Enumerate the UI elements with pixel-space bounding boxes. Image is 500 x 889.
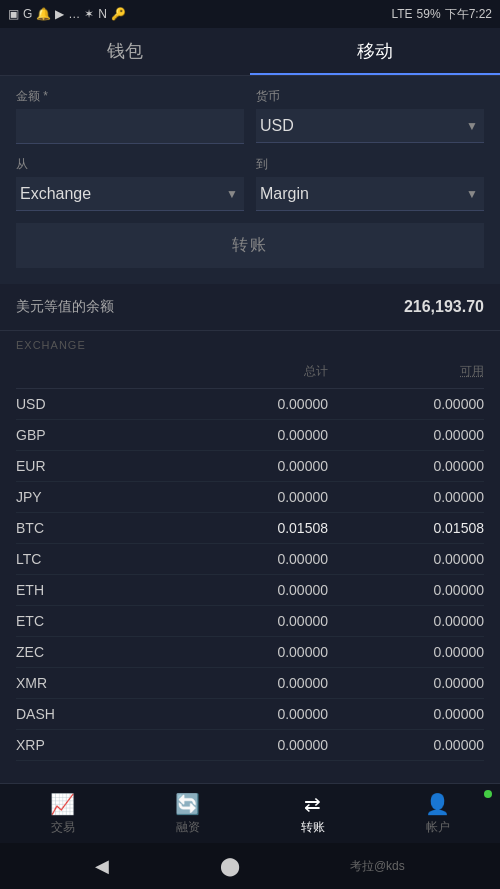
to-select[interactable]: Margin <box>256 177 484 211</box>
from-to-row: 从 Exchange 到 Margin <box>16 156 484 211</box>
nav-trade[interactable]: 📈 交易 <box>0 784 125 843</box>
status-left: ▣ G 🔔 ▶ … ✶ N 🔑 <box>8 7 126 21</box>
td-available: 0.00000 <box>328 675 484 691</box>
td-available: 0.00000 <box>328 396 484 412</box>
td-total: 0.00000 <box>172 396 328 412</box>
table-row: BTC 0.01508 0.01508 <box>16 513 484 544</box>
tab-wallet[interactable]: 钱包 <box>0 28 250 75</box>
tab-wallet-label: 钱包 <box>107 39 143 63</box>
sys-nav: ◀ ⬤ 考拉@kds <box>0 843 500 889</box>
td-total: 0.00000 <box>172 675 328 691</box>
td-name: GBP <box>16 427 172 443</box>
th-total: 总计 <box>172 363 328 380</box>
td-available: 0.00000 <box>328 489 484 505</box>
exchange-table: EXCHANGE 总计 可用 USD 0.00000 0.00000 GBP 0… <box>0 331 500 794</box>
th-available: 可用 <box>328 363 484 380</box>
home-button[interactable]: ⬤ <box>220 855 240 877</box>
table-row: GBP 0.00000 0.00000 <box>16 420 484 451</box>
app-icon-1: ▣ <box>8 7 19 21</box>
key-icon: 🔑 <box>111 7 126 21</box>
nav-transfer-label: 转账 <box>301 819 325 836</box>
currency-select[interactable]: USD <box>256 109 484 143</box>
to-group: 到 Margin <box>256 156 484 211</box>
td-total: 0.01508 <box>172 520 328 536</box>
to-select-wrapper: Margin <box>256 177 484 211</box>
td-name: JPY <box>16 489 172 505</box>
td-available: 0.00000 <box>328 613 484 629</box>
transfer-icon: ⇄ <box>304 792 321 816</box>
time-label: 下午7:22 <box>445 6 492 23</box>
currency-group: 货币 USD <box>256 88 484 144</box>
top-tabs: 钱包 移动 <box>0 28 500 76</box>
nav-transfer[interactable]: ⇄ 转账 <box>250 784 375 843</box>
td-available: 0.00000 <box>328 582 484 598</box>
tab-move[interactable]: 移动 <box>250 28 500 75</box>
tab-move-label: 移动 <box>357 39 393 63</box>
from-select-wrapper: Exchange <box>16 177 244 211</box>
td-available: 0.00000 <box>328 458 484 474</box>
table-row: XMR 0.00000 0.00000 <box>16 668 484 699</box>
account-online-dot <box>484 790 492 798</box>
account-icon: 👤 <box>425 792 450 816</box>
status-right: LTE 59% 下午7:22 <box>391 6 492 23</box>
transfer-button[interactable]: 转账 <box>16 223 484 268</box>
table-row: USD 0.00000 0.00000 <box>16 389 484 420</box>
table-row: ZEC 0.00000 0.00000 <box>16 637 484 668</box>
nav-account-label: 帐户 <box>426 819 450 836</box>
amount-input[interactable] <box>16 109 244 144</box>
td-name: ETC <box>16 613 172 629</box>
th-name <box>16 363 172 380</box>
from-label: 从 <box>16 156 244 173</box>
back-button[interactable]: ◀ <box>95 855 109 877</box>
status-bar: ▣ G 🔔 ▶ … ✶ N 🔑 LTE 59% 下午7:22 <box>0 0 500 28</box>
exchange-section-label: EXCHANGE <box>16 331 484 355</box>
td-total: 0.00000 <box>172 551 328 567</box>
td-total: 0.00000 <box>172 706 328 722</box>
battery-label: 59% <box>417 7 441 21</box>
currency-select-wrapper: USD <box>256 109 484 143</box>
app-icon-2: G <box>23 7 32 21</box>
balance-section: 美元等值的余额 216,193.70 <box>0 284 500 331</box>
table-header: 总计 可用 <box>16 355 484 389</box>
td-name: XMR <box>16 675 172 691</box>
dots: … <box>68 7 80 21</box>
amount-currency-row: 金额 * 货币 USD <box>16 88 484 144</box>
td-name: LTC <box>16 551 172 567</box>
td-total: 0.00000 <box>172 489 328 505</box>
td-name: XRP <box>16 737 172 753</box>
td-total: 0.00000 <box>172 458 328 474</box>
currency-label: 货币 <box>256 88 484 105</box>
td-available: 0.00000 <box>328 427 484 443</box>
table-row: LTC 0.00000 0.00000 <box>16 544 484 575</box>
nav-account[interactable]: 👤 帐户 <box>375 784 500 843</box>
signal-label: LTE <box>391 7 412 21</box>
balance-value: 216,193.70 <box>404 298 484 316</box>
transfer-btn-row: 转账 <box>16 223 484 268</box>
table-row: ETC 0.00000 0.00000 <box>16 606 484 637</box>
table-row: ETH 0.00000 0.00000 <box>16 575 484 606</box>
trade-icon: 📈 <box>50 792 75 816</box>
table-row: EUR 0.00000 0.00000 <box>16 451 484 482</box>
form-area: 金额 * 货币 USD 从 Exchange 到 Marg <box>0 76 500 284</box>
from-group: 从 Exchange <box>16 156 244 211</box>
amount-label: 金额 * <box>16 88 244 105</box>
td-name: ETH <box>16 582 172 598</box>
td-available: 0.00000 <box>328 644 484 660</box>
td-name: EUR <box>16 458 172 474</box>
td-name: DASH <box>16 706 172 722</box>
td-total: 0.00000 <box>172 644 328 660</box>
table-row: XRP 0.00000 0.00000 <box>16 730 484 761</box>
td-name: ZEC <box>16 644 172 660</box>
nav-trade-label: 交易 <box>51 819 75 836</box>
play-icon: ▶ <box>55 7 64 21</box>
balance-label: 美元等值的余额 <box>16 298 114 316</box>
nav-fund[interactable]: 🔄 融资 <box>125 784 250 843</box>
td-available: 0.00000 <box>328 706 484 722</box>
td-available: 0.00000 <box>328 737 484 753</box>
from-select[interactable]: Exchange <box>16 177 244 211</box>
bottom-nav: 📈 交易 🔄 融资 ⇄ 转账 👤 帐户 <box>0 783 500 843</box>
td-total: 0.00000 <box>172 613 328 629</box>
bluetooth-icon: ✶ <box>84 7 94 21</box>
table-row: JPY 0.00000 0.00000 <box>16 482 484 513</box>
td-available: 0.01508 <box>328 520 484 536</box>
